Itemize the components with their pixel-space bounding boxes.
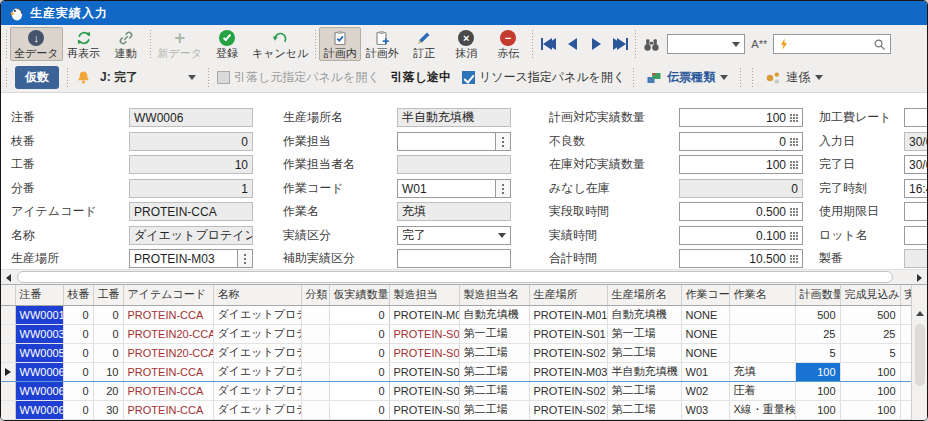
cell-seizo-tanto-mei[interactable]: 第二工場 — [459, 362, 529, 381]
cell-chuban[interactable]: WW0003 — [15, 324, 63, 343]
delete-button[interactable]: × 抹消 — [445, 27, 487, 61]
cell-kari-jisseki-suryo[interactable]: 0 — [329, 400, 389, 419]
cell-seisan-basho[interactable]: PROTEIN-M01 — [529, 305, 607, 324]
cell-meisho[interactable]: ダイエットプロテイン コ... — [213, 305, 301, 324]
cell-item-code[interactable]: PROTEIN-CCA — [123, 381, 213, 400]
cell-seisan-basho[interactable]: PROTEIN-S02 — [529, 343, 607, 362]
cell-jisseki-suryo[interactable] — [900, 362, 911, 381]
in-plan-button[interactable]: 計画内 — [319, 27, 361, 61]
cell-seisan-basho-mei[interactable]: 半自動充填機 — [607, 362, 681, 381]
cell-seizo-tanto-mei[interactable]: 第二工場 — [459, 400, 529, 419]
cell-seizo-tanto-mei[interactable]: 第一工場 — [459, 324, 529, 343]
cell-chuban[interactable]: WW0006 — [15, 362, 63, 381]
kasu-button[interactable]: 仮数 — [15, 66, 59, 89]
cell-item-code[interactable]: PROTEIN-CCA — [123, 362, 213, 381]
cell-seizo-tanto[interactable]: PROTEIN-S02 — [389, 343, 459, 362]
cell-bunrui[interactable] — [301, 305, 329, 324]
form-field-hojo-jisseki-kubun[interactable] — [397, 249, 511, 268]
last-record-button[interactable] — [608, 30, 632, 58]
cell-kansei-mikomi-su[interactable]: 100 — [840, 362, 900, 381]
form-field-seisan-basho[interactable]: PROTEIN-M03 — [129, 249, 253, 268]
first-record-button[interactable] — [536, 30, 560, 58]
grid-vertical-scrollbar[interactable] — [911, 285, 927, 420]
find-button[interactable] — [639, 30, 663, 58]
cell-seizo-tanto-mei[interactable]: 第二工場 — [459, 381, 529, 400]
refresh-button[interactable]: 再表示 — [63, 27, 105, 61]
numpad-icon[interactable] — [790, 232, 798, 240]
cell-kansei-mikomi-su[interactable]: 500 — [840, 305, 900, 324]
row-selector-cell[interactable] — [1, 324, 15, 343]
cell-koban[interactable]: 0 — [93, 305, 123, 324]
form-field-sagyo-tanto[interactable] — [397, 132, 511, 151]
out-plan-button[interactable]: 計画外 — [361, 27, 403, 61]
column-header-kari-jisseki-suryo[interactable]: 仮実績数量 — [329, 285, 389, 305]
scrollbar-thumb[interactable] — [915, 324, 925, 386]
resource-panel-checkbox[interactable]: リソース指定パネルを開く — [462, 69, 625, 86]
red-slip-button[interactable]: − 赤伝 — [487, 27, 529, 61]
form-field-kanryo-bi[interactable]: 30/0 — [904, 155, 927, 174]
cell-kansei-mikomi-su[interactable]: 100 — [840, 381, 900, 400]
row-selector-cell[interactable] — [1, 343, 15, 362]
cell-sagyo-code[interactable]: W01 — [681, 362, 729, 381]
cell-edaban[interactable]: 0 — [63, 324, 93, 343]
cell-keikaku-suryo[interactable]: 100 — [795, 400, 840, 419]
cell-keikaku-suryo[interactable]: 25 — [795, 324, 840, 343]
cell-edaban[interactable]: 0 — [63, 362, 93, 381]
column-header-koban[interactable]: 工番 — [93, 285, 123, 305]
cell-kari-jisseki-suryo[interactable]: 0 — [329, 343, 389, 362]
register-button[interactable]: 登録 — [206, 27, 248, 61]
lookup-button-sagyo-tanto[interactable] — [495, 133, 510, 150]
cell-keikaku-suryo[interactable]: 100 — [795, 362, 840, 381]
cell-sagyo-mei[interactable]: X線・重量検査 — [729, 400, 795, 419]
cell-seizo-tanto[interactable]: PROTEIN-M01 — [389, 305, 459, 324]
form-field-gokei-jikan[interactable]: 10.500 — [679, 249, 803, 268]
cell-chuban[interactable]: WW0006 — [15, 400, 63, 419]
cell-jisseki-suryo[interactable] — [900, 343, 911, 362]
cell-seizo-tanto[interactable]: PROTEIN-S02 — [389, 362, 459, 381]
cell-edaban[interactable]: 0 — [63, 400, 93, 419]
cell-meisho[interactable]: ダイエットプロテイン コ... — [213, 400, 301, 419]
cell-edaban[interactable]: 0 — [63, 381, 93, 400]
cell-sagyo-code[interactable]: W03 — [681, 400, 729, 419]
form-field-lot-mei[interactable] — [904, 226, 927, 245]
row-selector-cell[interactable] — [1, 381, 15, 400]
cell-keikaku-suryo[interactable]: 100 — [795, 381, 840, 400]
status-dropdown[interactable]: J: 完了 — [96, 69, 200, 86]
column-header-sagyo-code[interactable]: 作業コード — [681, 285, 729, 305]
cell-sagyo-mei[interactable] — [729, 324, 795, 343]
cell-chuban[interactable]: WW0006 — [15, 381, 63, 400]
cell-bunrui[interactable] — [301, 343, 329, 362]
column-header-seizo-tanto[interactable]: 製造担当 — [389, 285, 459, 305]
cell-kansei-mikomi-su[interactable]: 100 — [840, 400, 900, 419]
column-header-seizo-tanto-mei[interactable]: 製造担当名 — [459, 285, 529, 305]
cell-kari-jisseki-suryo[interactable]: 0 — [329, 324, 389, 343]
scrollbar-thumb[interactable] — [17, 271, 893, 283]
cell-chuban[interactable]: WW0005 — [15, 343, 63, 362]
cell-item-code[interactable]: PROTEIN-CCA — [123, 305, 213, 324]
cell-keikaku-suryo[interactable]: 500 — [795, 305, 840, 324]
toolbar-grip[interactable] — [66, 68, 69, 87]
cell-sagyo-mei[interactable]: 充填 — [729, 362, 795, 381]
chevron-down-icon[interactable] — [498, 233, 506, 238]
column-header-meisho[interactable]: 名称 — [213, 285, 301, 305]
cell-edaban[interactable]: 0 — [63, 305, 93, 324]
next-record-button[interactable] — [584, 30, 608, 58]
cell-seizo-tanto-mei[interactable]: 第二工場 — [459, 343, 529, 362]
cell-item-code[interactable]: PROTEIN20-CCA — [123, 343, 213, 362]
cell-seisan-basho-mei[interactable]: 第一工場 — [607, 324, 681, 343]
cell-meisho[interactable]: ダイエットプロテイン コ... — [213, 362, 301, 381]
form-field-jitsu-dandori-jikan[interactable]: 0.500 — [679, 202, 803, 221]
form-field-shiyo-kigen-bi[interactable] — [904, 202, 927, 221]
cell-item-code[interactable]: PROTEIN-CCA — [123, 400, 213, 419]
row-selector-cell[interactable] — [1, 362, 15, 381]
cell-seizo-tanto-mei[interactable]: 自動充填機 — [459, 305, 529, 324]
form-field-keikaku-taio-suryo[interactable]: 100 — [679, 108, 803, 127]
cell-seisan-basho-mei[interactable]: 第二工場 — [607, 381, 681, 400]
column-header-seisan-basho[interactable]: 生産場所 — [529, 285, 607, 305]
cell-kansei-mikomi-su[interactable]: 5 — [840, 343, 900, 362]
cell-jisseki-suryo[interactable] — [900, 324, 911, 343]
form-field-sagyo-code[interactable]: W01 — [397, 179, 511, 198]
row-selector-cell[interactable] — [1, 305, 15, 324]
cell-seizo-tanto[interactable]: PROTEIN-S01 — [389, 324, 459, 343]
cell-keikaku-suryo[interactable]: 5 — [795, 343, 840, 362]
